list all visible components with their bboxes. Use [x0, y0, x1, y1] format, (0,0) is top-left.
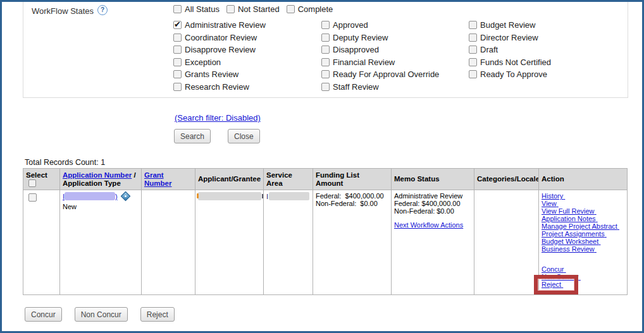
non-concur-link[interactable]: Non Concur	[542, 273, 624, 281]
funding-federal-amount: Federal: $400,000.00	[316, 192, 388, 200]
view-full-review-link[interactable]: View Full Review	[542, 207, 624, 215]
checkbox-label: Staff Review	[333, 82, 379, 92]
checkbox-deputy-review[interactable]: Deputy Review	[321, 32, 439, 44]
view-link[interactable]: View	[542, 200, 624, 207]
search-button[interactable]: Search	[174, 129, 211, 143]
checkbox-coordinator-review[interactable]: Coordinator Review	[173, 32, 266, 44]
grants-review-checkbox[interactable]	[173, 70, 182, 78]
budget-worksheet-link[interactable]: Budget Worksheet	[542, 238, 624, 245]
complete-checkbox[interactable]	[287, 5, 295, 13]
checkbox-ready-for-approval-override[interactable]: Ready For Approval Override	[321, 68, 439, 81]
disapprove-review-checkbox[interactable]	[173, 45, 182, 54]
redacted-applicant-grantee	[198, 192, 261, 200]
redaction-peek-text: )	[115, 193, 118, 200]
concur-button[interactable]: Concur	[25, 307, 62, 322]
footer-decision-buttons: Concur Non Concur Reject	[25, 307, 175, 322]
staff-review-checkbox[interactable]	[321, 83, 330, 91]
close-button[interactable]: Close	[228, 129, 260, 143]
checkbox-exception[interactable]: Exception	[173, 56, 266, 69]
funding-non-federal-amount: Non-Federal: $0.00	[316, 200, 388, 207]
workflow-states-label: WorkFlow States	[32, 6, 94, 16]
not-started-checkbox[interactable]	[226, 5, 235, 13]
redacted-service-area	[269, 192, 309, 200]
checkbox-draft[interactable]: Draft	[469, 44, 551, 56]
search-close-buttons: Search Close	[174, 129, 260, 143]
service-area-cell: I	[264, 190, 313, 295]
funding-list-amount-cell: Federal: $400,000.00 Non-Federal: $0.00	[313, 190, 392, 295]
ready-for-approval-override-checkbox[interactable]	[321, 70, 330, 78]
workflow-states-column-1: Administrative Review Coordinator Review…	[173, 19, 266, 93]
select-header-label: Select	[26, 171, 47, 179]
non-concur-button[interactable]: Non Concur	[75, 307, 128, 322]
checkbox-label: Deputy Review	[333, 33, 388, 42]
checkbox-administrative-review[interactable]: Administrative Review	[173, 19, 266, 32]
help-icon[interactable]: ?	[97, 5, 108, 15]
reject-link[interactable]: Reject	[542, 281, 624, 288]
checkbox-approved[interactable]: Approved	[321, 19, 439, 32]
administrative-review-checkbox[interactable]	[173, 21, 182, 29]
col-header-service-area: Service Area	[264, 169, 313, 190]
checkbox-budget-review[interactable]: Budget Review	[469, 19, 551, 32]
director-review-checkbox[interactable]	[469, 33, 477, 42]
approved-checkbox[interactable]	[321, 21, 330, 29]
project-assignments-link[interactable]: Project Assignments	[542, 230, 624, 238]
page-frame: WorkFlow States ? All Status Not Started…	[0, 0, 644, 333]
application-type-header-label: Application Type	[63, 179, 121, 187]
workflow-filter-panel: WorkFlow States ? All Status Not Started…	[23, 1, 628, 98]
categories-locale-cell	[474, 190, 539, 295]
application-notes-link[interactable]: Application Notes	[542, 215, 624, 222]
disapproved-checkbox[interactable]	[321, 45, 330, 54]
draft-checkbox[interactable]	[469, 45, 477, 54]
application-type-value: New	[63, 203, 139, 210]
row-select-checkbox[interactable]	[28, 193, 37, 202]
total-records-count: Total Records Count: 1	[25, 158, 105, 167]
checkbox-label: Grants Review	[185, 70, 238, 79]
checkbox-director-review[interactable]: Director Review	[469, 32, 551, 44]
checkbox-complete[interactable]: Complete	[287, 4, 333, 14]
funds-not-certified-checkbox[interactable]	[469, 58, 477, 66]
history-link[interactable]: History	[542, 192, 624, 200]
reject-button[interactable]: Reject	[140, 307, 175, 322]
next-workflow-actions-link[interactable]: Next Workflow Actions	[394, 221, 463, 229]
financial-review-checkbox[interactable]	[321, 58, 330, 66]
grant-number-sort-link[interactable]: Grant Number	[144, 171, 171, 187]
checkbox-staff-review[interactable]: Staff Review	[321, 81, 439, 94]
checkbox-grants-review[interactable]: Grants Review	[173, 68, 266, 81]
concur-link[interactable]: Concur	[542, 265, 624, 273]
checkbox-label: Draft	[480, 45, 498, 54]
checkbox-research-review[interactable]: Research Review	[173, 81, 266, 94]
checkbox-not-started[interactable]: Not Started	[226, 4, 280, 14]
checkbox-disapproved[interactable]: Disapproved	[321, 44, 439, 56]
research-review-checkbox[interactable]	[173, 83, 182, 91]
memo-status-value: Administrative Review	[394, 192, 471, 200]
all-status-checkbox[interactable]	[173, 5, 182, 13]
info-diamond-icon[interactable]	[120, 191, 130, 202]
action-cell: History View View Full Review Applicatio…	[539, 190, 628, 295]
search-filter-link[interactable]: (Search filter: Disabled)	[175, 113, 261, 123]
application-number-link[interactable]: I)	[63, 193, 118, 200]
ready-to-approve-checkbox[interactable]	[469, 70, 477, 78]
checkbox-label: Funds Not Certified	[480, 58, 551, 67]
memo-status-cell: Administrative Review Federal: $400,000.…	[392, 190, 474, 295]
coordinator-review-checkbox[interactable]	[173, 33, 182, 42]
budget-review-checkbox[interactable]	[469, 21, 477, 29]
checkbox-all-status[interactable]: All Status	[173, 4, 220, 14]
checkbox-funds-not-certified[interactable]: Funds Not Certified	[469, 56, 551, 69]
business-review-link[interactable]: Business Review	[542, 245, 624, 253]
col-header-applicant-grantee: Applicant/Grantee	[195, 169, 264, 190]
redacted-application-number	[65, 192, 115, 200]
exception-checkbox[interactable]	[173, 58, 182, 66]
deputy-review-checkbox[interactable]	[321, 33, 330, 42]
checkbox-financial-review[interactable]: Financial Review	[321, 56, 439, 69]
row-select-cell	[23, 190, 60, 295]
workflow-states-column-3: Budget Review Director Review Draft Fund…	[469, 19, 551, 81]
checkbox-label: Coordinator Review	[185, 33, 257, 42]
checkbox-ready-to-approve[interactable]: Ready To Approve	[469, 68, 551, 81]
checkbox-disapprove-review[interactable]: Disapprove Review	[173, 44, 266, 56]
memo-non-federal-amount: Non-Federal: $0.00	[394, 207, 471, 215]
manage-project-abstract-link[interactable]: Manage Project Abstract	[542, 222, 624, 230]
checkbox-label: Administrative Review	[185, 20, 266, 30]
application-number-sort-link[interactable]: Application Number	[63, 171, 132, 179]
select-all-checkbox[interactable]	[28, 179, 36, 187]
funding-header-label: Funding List Amount	[316, 171, 369, 188]
